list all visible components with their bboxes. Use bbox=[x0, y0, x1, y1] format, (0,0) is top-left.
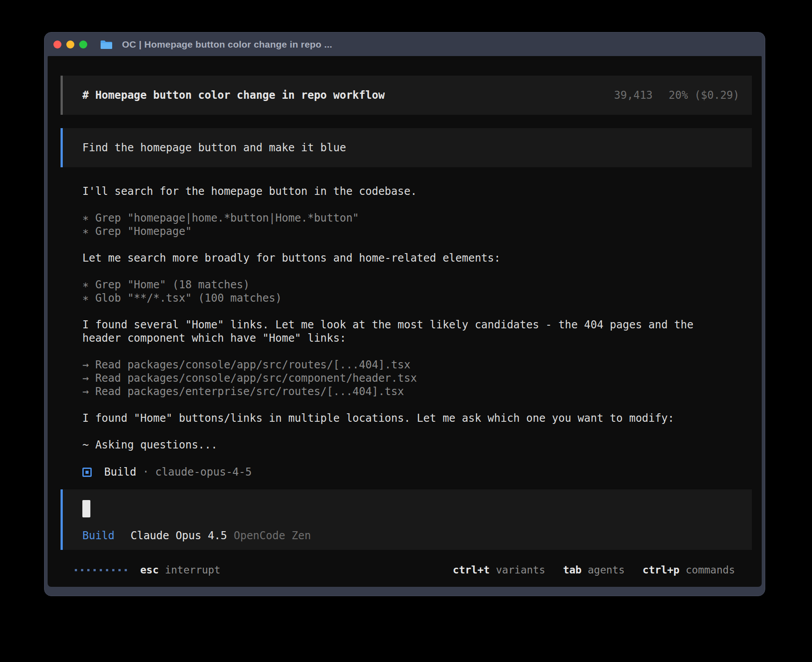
transcript-line: ∗ Grep "Home" (18 matches) bbox=[82, 279, 752, 292]
transcript-line bbox=[82, 198, 752, 212]
terminal-content: # Homepage button color change in repo w… bbox=[48, 56, 762, 587]
input-model-label[interactable]: Claude Opus 4.5 bbox=[130, 529, 227, 542]
working-dot bbox=[87, 569, 89, 571]
transcript-line bbox=[82, 265, 752, 279]
working-dot bbox=[118, 569, 121, 571]
transcript-line: ∗ Grep "homepage|home.*button|Home.*butt… bbox=[82, 212, 752, 225]
transcript-line: I found "Home" buttons/links in multiple… bbox=[82, 412, 752, 425]
folder-icon bbox=[100, 40, 113, 49]
transcript-line: → Read packages/enterprise/src/routes/[.… bbox=[82, 385, 752, 399]
working-dots bbox=[75, 569, 127, 571]
build-agent-icon bbox=[82, 468, 92, 477]
close-button[interactable] bbox=[53, 40, 61, 48]
working-dot bbox=[106, 569, 108, 571]
input-footer: Build Claude Opus 4.5 OpenCode Zen bbox=[82, 529, 739, 542]
transcript-line: ∗ Glob "**/*.tsx" (100 matches) bbox=[82, 292, 752, 305]
working-dot bbox=[112, 569, 114, 571]
transcript-line: ~ Asking questions... bbox=[82, 439, 752, 452]
status-right: ctrl+t variants tab agents ctrl+p comman… bbox=[453, 564, 735, 576]
token-count: 39,413 bbox=[614, 89, 653, 101]
working-dot bbox=[93, 569, 96, 571]
transcript-line: I found several "Home" links. Let me loo… bbox=[82, 319, 752, 332]
session-title: # Homepage button color change in repo w… bbox=[82, 89, 385, 101]
transcript-line: ∗ Grep "Homepage" bbox=[82, 225, 752, 238]
window-frame-bottom bbox=[45, 587, 765, 596]
transcript-line: I'll search for the homepage button in t… bbox=[82, 185, 752, 198]
transcript-line: → Read packages/console/app/src/routes/[… bbox=[82, 359, 752, 372]
window-title: OC | Homepage button color change in rep… bbox=[122, 39, 332, 50]
transcript-line: → Read packages/console/app/src/componen… bbox=[82, 372, 752, 385]
transcript-line bbox=[82, 238, 752, 252]
user-message-text: Find the homepage button and make it blu… bbox=[82, 141, 346, 154]
working-dot bbox=[81, 569, 83, 571]
session-header: # Homepage button color change in repo w… bbox=[61, 76, 752, 115]
transcript-line: header component which have "Home" links… bbox=[82, 332, 752, 345]
transcript-line bbox=[82, 305, 752, 319]
minimize-button[interactable] bbox=[66, 40, 74, 48]
agent-name: Build bbox=[104, 466, 136, 478]
input-provider-label: OpenCode Zen bbox=[234, 529, 311, 542]
user-message: Find the homepage button and make it blu… bbox=[61, 128, 752, 167]
agent-model: claude-opus-4-5 bbox=[155, 466, 252, 478]
transcript-line bbox=[82, 345, 752, 359]
shortcut-interrupt: esc interrupt bbox=[140, 564, 220, 576]
zoom-button[interactable] bbox=[79, 40, 87, 48]
agent-status-row: Build · claude-opus-4-5 bbox=[61, 465, 752, 479]
input-agent-label[interactable]: Build bbox=[82, 529, 114, 542]
transcript: I'll search for the homepage button in t… bbox=[61, 185, 752, 465]
transcript-line bbox=[82, 452, 752, 465]
shortcut-variants: ctrl+t variants bbox=[453, 564, 545, 576]
prompt-input[interactable]: Build Claude Opus 4.5 OpenCode Zen bbox=[61, 489, 752, 550]
transcript-line bbox=[82, 399, 752, 412]
status-left: esc interrupt bbox=[75, 564, 220, 576]
transcript-line bbox=[82, 425, 752, 439]
shortcut-commands: ctrl+p commands bbox=[642, 564, 735, 576]
text-cursor bbox=[82, 500, 90, 517]
working-dot bbox=[125, 569, 127, 571]
transcript-line: Let me search more broadly for buttons a… bbox=[82, 252, 752, 265]
title-bar: OC | Homepage button color change in rep… bbox=[45, 32, 765, 56]
agent-separator: · bbox=[142, 466, 149, 478]
working-dot bbox=[75, 569, 77, 571]
context-cost: 20% ($0.29) bbox=[669, 89, 739, 101]
working-dot bbox=[100, 569, 102, 571]
shortcut-agents: tab agents bbox=[563, 564, 625, 576]
session-stats: 39,413 20% ($0.29) bbox=[614, 89, 739, 101]
status-bar: esc interrupt ctrl+t variants tab agents… bbox=[61, 563, 752, 577]
terminal-window: OC | Homepage button color change in rep… bbox=[44, 32, 765, 596]
